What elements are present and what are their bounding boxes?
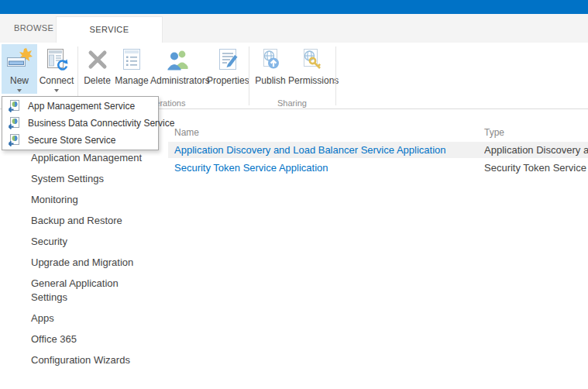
administrators-button-label: Administrators <box>150 75 206 86</box>
sidebar-item-configuration-wizards[interactable]: Configuration Wizards <box>31 353 153 367</box>
connect-dropdown-arrow-icon[interactable] <box>54 89 59 92</box>
service-application-link[interactable]: Application Discovery and Load Balancer … <box>174 142 445 158</box>
menu-item-label: Secure Store Service <box>28 135 115 146</box>
new-service-icon <box>7 100 21 112</box>
table-row[interactable]: Application Discovery and Load Balancer … <box>168 142 588 158</box>
sidebar-item-backup-and-restore[interactable]: Backup and Restore <box>31 214 153 228</box>
sidebar-item-security[interactable]: Security <box>31 235 153 249</box>
sidebar-item-general-application-settings[interactable]: General Application Settings <box>31 277 153 305</box>
menu-item-secure-store-service[interactable]: Secure Store Service <box>2 132 158 149</box>
service-application-type: Security Token Service A <box>484 160 588 176</box>
manage-button-label: Manage <box>115 75 149 86</box>
left-navigation: Application Management System Settings M… <box>31 151 153 374</box>
sidebar-item-monitoring[interactable]: Monitoring <box>31 193 153 207</box>
sidebar-item-application-management[interactable]: Application Management <box>31 151 153 165</box>
new-button-label: New <box>2 75 37 86</box>
publish-button-label: Publish <box>253 75 287 86</box>
connect-button[interactable]: Connect <box>38 44 75 94</box>
tab-browse[interactable]: BROWSE <box>14 14 53 43</box>
new-dropdown-arrow-icon[interactable] <box>17 89 22 92</box>
permissions-button-label: Permissions <box>288 75 333 86</box>
properties-button-label: Properties <box>207 75 248 86</box>
sidebar-item-apps[interactable]: Apps <box>31 312 153 325</box>
administrators-icon <box>150 46 206 73</box>
administrators-button[interactable]: Administrators <box>150 44 206 86</box>
new-dropdown-menu: App Management Service Business Data Con… <box>2 96 159 150</box>
publish-icon <box>253 46 287 73</box>
menu-item-business-data-connectivity-service[interactable]: Business Data Connectivity Service <box>2 115 158 132</box>
column-header-type: Type <box>484 127 504 138</box>
connect-icon <box>38 46 75 73</box>
service-application-link[interactable]: Security Token Service Application <box>174 160 328 176</box>
permissions-icon <box>288 46 333 73</box>
menu-item-label: Business Data Connectivity Service <box>28 118 174 129</box>
new-button[interactable]: New <box>2 44 37 94</box>
ribbon-group-label-sharing: Sharing <box>249 98 335 108</box>
menu-item-label: App Management Service <box>28 101 135 112</box>
sharepoint-central-admin-window: BROWSE SERVICE APPLICATIONS New <box>0 0 588 389</box>
delete-button-label: Delete <box>81 75 114 86</box>
connect-button-label: Connect <box>38 75 75 86</box>
manage-icon <box>115 46 149 73</box>
new-service-icon <box>7 134 21 146</box>
list-header-row: Name Type <box>168 124 588 142</box>
table-row[interactable]: Security Token Service Application Secur… <box>168 160 588 176</box>
sidebar-item-upgrade-and-migration[interactable]: Upgrade and Migration <box>31 256 153 270</box>
service-application-type: Application Discovery a <box>484 142 588 158</box>
manage-button[interactable]: Manage <box>115 44 149 86</box>
menu-item-app-management-service[interactable]: App Management Service <box>2 98 158 115</box>
new-icon <box>2 46 37 73</box>
properties-icon <box>207 46 248 73</box>
permissions-button[interactable]: Permissions <box>288 44 333 86</box>
ribbon-group-separator <box>249 46 249 105</box>
column-header-name: Name <box>174 127 199 138</box>
ribbon-group-separator <box>335 46 336 105</box>
sidebar-item-office-365[interactable]: Office 365 <box>31 332 153 346</box>
ribbon-tab-strip: BROWSE SERVICE APPLICATIONS <box>0 14 588 43</box>
delete-icon <box>81 46 114 73</box>
new-service-icon <box>7 117 21 129</box>
properties-button[interactable]: Properties <box>207 44 248 86</box>
service-applications-list: Name Type Application Discovery and Load… <box>168 124 588 177</box>
delete-button[interactable]: Delete <box>81 44 114 86</box>
suite-bar <box>0 0 588 14</box>
tab-service-applications[interactable]: SERVICE APPLICATIONS <box>56 16 163 43</box>
sidebar-item-system-settings[interactable]: System Settings <box>31 172 153 186</box>
publish-button[interactable]: Publish <box>253 44 287 86</box>
